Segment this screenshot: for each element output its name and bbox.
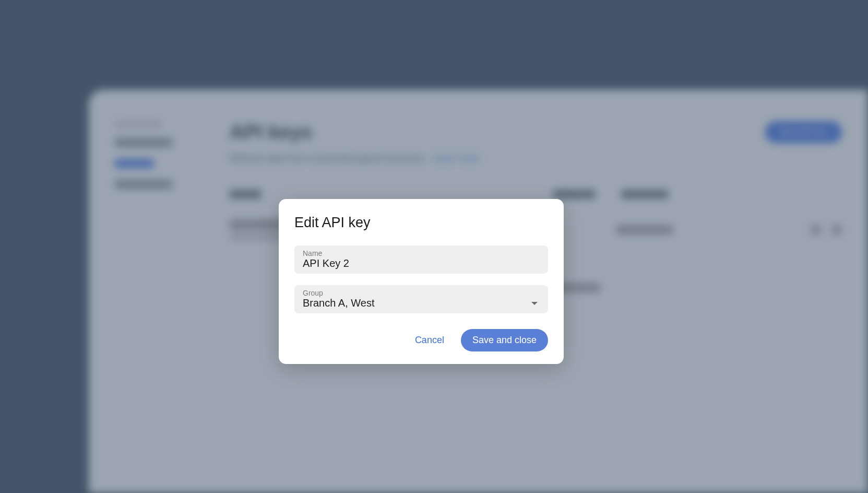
cancel-button[interactable]: Cancel — [406, 330, 454, 351]
save-and-close-button[interactable]: Save and close — [461, 329, 548, 351]
name-field[interactable]: Name — [294, 245, 548, 274]
modal-actions: Cancel Save and close — [294, 329, 548, 351]
group-select-value: Branch A, West — [303, 297, 374, 309]
group-field-label: Group — [303, 289, 540, 297]
name-field-label: Name — [303, 249, 540, 257]
edit-api-key-modal: Edit API key Name Group Branch A, West C… — [279, 199, 564, 364]
name-input[interactable] — [303, 257, 540, 269]
group-field[interactable]: Group Branch A, West — [294, 285, 548, 313]
chevron-down-icon — [531, 302, 538, 305]
modal-overlay[interactable]: Edit API key Name Group Branch A, West C… — [0, 0, 868, 493]
modal-title: Edit API key — [294, 215, 548, 231]
